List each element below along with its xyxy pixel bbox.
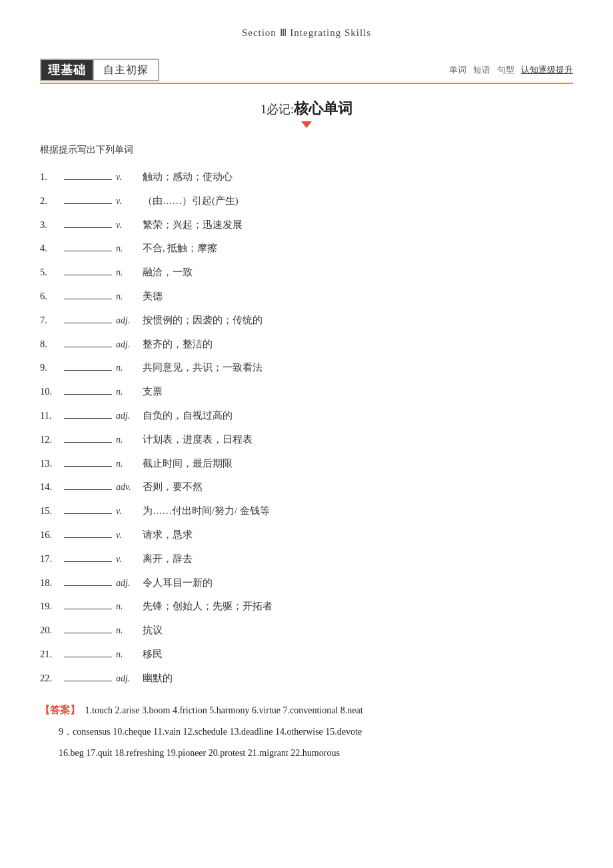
right-nav-tabs: 单词 短语 句型 认知逐级提升: [449, 64, 573, 76]
vocab-pos: adj.: [116, 408, 137, 424]
title-prefix: 1必记:: [261, 103, 294, 116]
vocab-meaning: 否则，要不然: [143, 479, 203, 495]
vocab-blank: [64, 359, 112, 371]
vocab-blank: [64, 502, 112, 514]
vocab-pos: v.: [116, 169, 137, 185]
vocab-meaning: 自负的，自视过高的: [143, 407, 233, 424]
vocab-num: 4.: [40, 240, 64, 257]
tab-phrases[interactable]: 短语: [473, 64, 490, 76]
vocab-blank: [64, 550, 112, 562]
header-title: Section Ⅲ Integrating Skills: [242, 27, 371, 38]
vocab-pos: n.: [116, 599, 137, 615]
vocab-pos: n.: [116, 623, 137, 639]
vocab-item: 12.n.计划表，进度表，日程表: [40, 431, 573, 448]
vocab-pos: n.: [116, 360, 137, 376]
vocab-num: 18.: [40, 575, 64, 591]
vocab-item: 9.n.共同意见，共识；一致看法: [40, 359, 573, 376]
answer-label: 【答案】: [40, 705, 80, 715]
answer-text-1: 1.touch 2.arise 3.boom 4.friction 5.harm…: [85, 705, 363, 715]
vocab-num: 9.: [40, 359, 64, 376]
vocab-pos: adj.: [116, 337, 137, 353]
vocab-meaning: 共同意见，共识；一致看法: [143, 359, 263, 376]
vocab-meaning: 美德: [143, 288, 163, 305]
vocab-num: 5.: [40, 264, 64, 281]
vocab-num: 2.: [40, 193, 64, 209]
answer-text-3: 16.beg 17.quit 18.refreshing 19.pioneer …: [59, 748, 340, 758]
instruction-text: 根据提示写出下列单词: [40, 144, 573, 156]
orange-divider: [40, 83, 573, 84]
vocab-meaning: （由……）引起(产生): [143, 193, 239, 209]
vocab-blank: [64, 526, 112, 538]
vocab-pos: n.: [116, 384, 137, 400]
vocab-num: 19.: [40, 598, 64, 615]
vocab-blank: [64, 383, 112, 395]
vocab-num: 22.: [40, 670, 64, 687]
core-title: 核心单词: [294, 100, 352, 117]
vocab-blank: [64, 239, 112, 251]
vocab-num: 20.: [40, 622, 64, 639]
vocab-num: 15.: [40, 503, 64, 519]
vocab-meaning: 计划表，进度表，日程表: [143, 431, 253, 448]
answer-line-3: 16.beg 17.quit 18.refreshing 19.pioneer …: [40, 744, 573, 763]
vocab-pos: v.: [116, 551, 137, 567]
vocab-meaning: 整齐的，整洁的: [143, 336, 213, 353]
vocab-blank: [64, 263, 112, 275]
vocab-item: 10.n.支票: [40, 383, 573, 400]
vocab-item: 8.adj.整齐的，整洁的: [40, 335, 573, 353]
vocab-blank: [64, 431, 112, 443]
vocab-meaning: 按惯例的；因袭的；传统的: [143, 312, 263, 329]
vocab-num: 10.: [40, 383, 64, 400]
vocab-pos: adv.: [116, 479, 137, 495]
answer-line-2: 9．consensus 10.cheque 11.vain 12.schedul…: [40, 723, 573, 741]
vocab-blank: [64, 574, 112, 586]
vocab-meaning: 融洽，一致: [143, 264, 193, 281]
vocab-meaning: 先锋；创始人；先驱；开拓者: [143, 598, 273, 615]
tab-cognition[interactable]: 认知逐级提升: [521, 64, 573, 76]
vocab-item: 13.n.截止时间，最后期限: [40, 455, 573, 472]
tab-sentences[interactable]: 句型: [497, 64, 514, 76]
vocab-meaning: 触动；感动；使动心: [143, 169, 233, 185]
vocab-num: 3.: [40, 217, 64, 233]
vocab-item: 2.v.（由……）引起(产生): [40, 192, 573, 209]
vocab-meaning: 繁荣；兴起；迅速发展: [143, 217, 243, 233]
vocab-meaning: 截止时间，最后期限: [143, 455, 233, 472]
vocab-meaning: 支票: [143, 383, 163, 400]
banner-right-label: 自主初探: [94, 61, 158, 79]
vocab-blank: [64, 478, 112, 490]
vocab-item: 20.n.抗议: [40, 621, 573, 639]
vocab-num: 17.: [40, 551, 64, 567]
answer-line-1: 【答案】 1.touch 2.arise 3.boom 4.friction 5…: [40, 700, 573, 720]
vocab-meaning: 离开，辞去: [143, 551, 193, 567]
vocab-blank: [64, 311, 112, 323]
banner-container: 理基础 自主初探: [40, 59, 159, 81]
tab-words[interactable]: 单词: [449, 64, 466, 76]
vocab-meaning: 为……付出时间/努力/ 金钱等: [143, 503, 270, 519]
vocab-meaning: 令人耳目一新的: [143, 575, 213, 591]
vocab-item: 17.v.离开，辞去: [40, 550, 573, 567]
vocab-num: 13.: [40, 455, 64, 472]
section-banner: 理基础 自主初探 单词 短语 句型 认知逐级提升: [40, 59, 573, 81]
vocab-item: 22.adj.幽默的: [40, 669, 573, 687]
vocab-blank: [64, 597, 112, 609]
vocab-blank: [64, 168, 112, 180]
vocab-pos: n.: [116, 265, 137, 281]
vocab-pos: adj.: [116, 575, 137, 591]
vocab-pos: n.: [116, 456, 137, 472]
vocab-blank: [64, 407, 112, 419]
answer-text-2: 9．consensus 10.cheque 11.vain 12.schedul…: [59, 727, 362, 737]
vocab-pos: n.: [116, 241, 137, 257]
vocab-blank: [64, 192, 112, 204]
vocab-num: 6.: [40, 288, 64, 305]
vocab-num: 21.: [40, 646, 64, 663]
vocab-num: 12.: [40, 431, 64, 448]
vocab-item: 21.n.移民: [40, 645, 573, 663]
vocab-item: 11.adj.自负的，自视过高的: [40, 407, 573, 424]
vocab-item: 4.n.不合, 抵触；摩擦: [40, 239, 573, 257]
vocab-meaning: 不合, 抵触；摩擦: [143, 240, 217, 257]
vocab-blank: [64, 455, 112, 467]
vocab-item: 7.adj.按惯例的；因袭的；传统的: [40, 311, 573, 329]
vocab-item: 1.v.触动；感动；使动心: [40, 168, 573, 185]
vocab-pos: n.: [116, 432, 137, 448]
vocab-blank: [64, 669, 112, 681]
vocab-blank: [64, 645, 112, 657]
